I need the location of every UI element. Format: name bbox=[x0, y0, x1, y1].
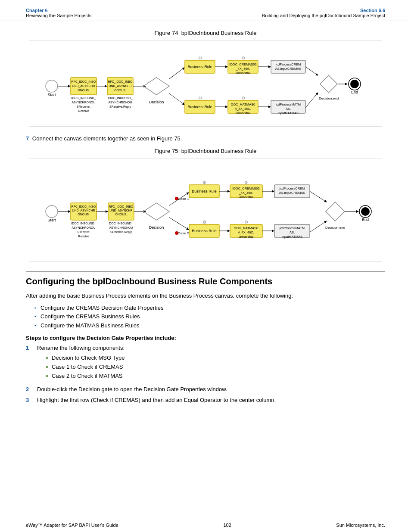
figure74-diagram: Start RFC_IDOC_INBO UND_ASYNCHR ONOUS. I… bbox=[29, 40, 382, 127]
svg-text:ONOUS.: ONOUS. bbox=[115, 213, 127, 216]
svg-text:UND_ASYNCHR: UND_ASYNCHR bbox=[72, 209, 95, 212]
footer-center: 102 bbox=[223, 523, 231, 528]
svg-text:4_4X_46C.: 4_4X_46C. bbox=[235, 107, 251, 111]
section-label: Section 6.6 bbox=[262, 8, 385, 13]
svg-text:inputMATMAS: inputMATMAS bbox=[282, 235, 302, 239]
svg-text:unmarshal: unmarshal bbox=[235, 111, 250, 115]
svg-text:unmarshal: unmarshal bbox=[235, 71, 250, 75]
svg-text:AS.inputCREMAS: AS.inputCREMAS bbox=[279, 191, 305, 195]
svg-point-39 bbox=[350, 80, 359, 88]
svg-line-22 bbox=[169, 68, 184, 79]
svg-marker-99 bbox=[326, 202, 345, 221]
section-heading: Configuring the bpIDocInbound Business R… bbox=[26, 271, 385, 286]
numbered-step-3: 3 Highlight the first row (Check if CREM… bbox=[26, 396, 385, 404]
svg-text:⚙: ⚙ bbox=[198, 56, 202, 60]
svg-text:Decision: Decision bbox=[149, 100, 164, 104]
svg-text:SReceive.Reply: SReceive.Reply bbox=[110, 230, 132, 234]
numbered-step-1: 1 Rename the following components: Decis… bbox=[26, 344, 385, 383]
svg-text:Start: Start bbox=[47, 218, 56, 222]
footer: eWay™ Adapter for SAP BAPI User's Guide … bbox=[0, 518, 411, 532]
svg-text:RFC_IDOC_INBO: RFC_IDOC_INBO bbox=[72, 205, 96, 208]
bullet-item-2: Configure the MATMAS Business Rules bbox=[34, 321, 385, 330]
figure75-title: Figure 75 bpIDocInbound Business Rule bbox=[26, 148, 385, 154]
svg-text:⚙: ⚙ bbox=[244, 220, 248, 224]
svg-point-102 bbox=[361, 207, 370, 216]
svg-text:Case 2: Case 2 bbox=[178, 231, 189, 235]
svg-text:DOC_MATMAS0: DOC_MATMAS0 bbox=[234, 226, 258, 230]
svg-text:DOC_MATMAS0: DOC_MATMAS0 bbox=[231, 103, 255, 106]
svg-text:jcdProcessMATM: jcdProcessMATM bbox=[279, 226, 305, 230]
svg-text:jcdProcessCREM: jcdProcessCREM bbox=[275, 62, 301, 66]
svg-text:unmarshal: unmarshal bbox=[238, 235, 253, 239]
svg-text:DOC_INBOUND_: DOC_INBOUND_ bbox=[109, 222, 133, 225]
footer-left: eWay™ Adapter for SAP BAPI User's Guide bbox=[26, 523, 118, 528]
svg-line-38 bbox=[305, 93, 318, 108]
svg-text:⚙: ⚙ bbox=[241, 56, 245, 60]
sub-bullet-1-2: Case 2 to Check if MATMAS bbox=[46, 372, 125, 381]
svg-text:End: End bbox=[362, 218, 369, 222]
svg-text:UND_ASYNCHR: UND_ASYNCHR bbox=[72, 84, 95, 88]
bullet-item-0: Configure the CREMAS Decision Gate Prope… bbox=[34, 304, 385, 313]
svg-text:_4X_46A.: _4X_46A. bbox=[236, 67, 250, 71]
svg-text:End: End bbox=[351, 90, 358, 94]
header-right: Section 6.6 Building and Deploying the p… bbox=[262, 8, 385, 18]
svg-text:Start: Start bbox=[47, 93, 56, 97]
svg-text:ASYNCHRONOU: ASYNCHRONOU bbox=[72, 226, 95, 229]
numbered-steps: 1 Rename the following components: Decis… bbox=[26, 344, 385, 404]
svg-text:jcdProcessCREM: jcdProcessCREM bbox=[279, 187, 305, 190]
svg-text:ONOUS.: ONOUS. bbox=[114, 89, 126, 92]
svg-line-98 bbox=[310, 191, 327, 202]
svg-text:Business Rule: Business Rule bbox=[192, 189, 217, 193]
footer-right: Sun Microsystems, Inc. bbox=[336, 523, 385, 528]
svg-text:unmarshal: unmarshal bbox=[238, 195, 253, 199]
svg-text:IDOC_INBOUND_: IDOC_INBOUND_ bbox=[71, 222, 96, 225]
bullet-list: Configure the CREMAS Decision Gate Prope… bbox=[34, 304, 385, 330]
svg-text:Business Rule: Business Rule bbox=[192, 229, 217, 233]
svg-marker-36 bbox=[320, 75, 337, 93]
svg-text:AS.inputCREMAS: AS.inputCREMAS bbox=[275, 67, 301, 71]
main-content: Figure 74 bpIDocInbound Business Rule St… bbox=[0, 21, 411, 518]
sub-bullet-list-1: Decision to Check MSG Type Case 1 to Che… bbox=[46, 354, 125, 380]
svg-text:jcdProcessMATM: jcdProcessMATM bbox=[275, 103, 301, 106]
body-text: After adding the basic Business Process … bbox=[26, 292, 385, 300]
svg-point-0 bbox=[46, 80, 58, 92]
svg-text:IDOC_CREMAS03: IDOC_CREMAS03 bbox=[229, 62, 256, 66]
svg-text:Decision: Decision bbox=[149, 225, 164, 230]
svg-text:Receive: Receive bbox=[78, 109, 89, 112]
svg-text:SReceive.: SReceive. bbox=[77, 105, 90, 108]
svg-marker-20 bbox=[143, 78, 169, 95]
svg-text:inputMATMAS: inputMATMAS bbox=[278, 111, 299, 115]
page: Chapter 6 Reviewing the Sample Projects … bbox=[0, 0, 411, 532]
svg-text:SReceive.Reply: SReceive.Reply bbox=[109, 105, 131, 109]
svg-text:UND_ASYNCHR: UND_ASYNCHR bbox=[109, 84, 131, 88]
svg-text:RFC_IDOC_INBO: RFC_IDOC_INBO bbox=[109, 205, 134, 208]
sub-bullet-1-1: Case 1 to Check if CREMAS bbox=[46, 363, 125, 372]
svg-text:⚙: ⚙ bbox=[244, 180, 248, 185]
svg-line-35 bbox=[305, 67, 318, 75]
svg-point-84 bbox=[175, 231, 178, 235]
svg-text:IDOC_INBOUND_: IDOC_INBOUND_ bbox=[71, 96, 96, 100]
svg-text:IDOC_INBOUND_: IDOC_INBOUND_ bbox=[108, 96, 133, 100]
svg-text:IDOC_CREMAS03: IDOC_CREMAS03 bbox=[232, 187, 259, 190]
svg-text:⚙: ⚙ bbox=[202, 220, 206, 224]
svg-text:Business Rule: Business Rule bbox=[187, 65, 212, 69]
numbered-step-2: 2 Double-click the Decision gate to open… bbox=[26, 385, 385, 394]
svg-text:ASYNCHRONOU: ASYNCHRONOU bbox=[108, 101, 132, 104]
svg-text:ONOUS.: ONOUS. bbox=[78, 89, 90, 92]
svg-line-101 bbox=[310, 221, 327, 232]
svg-text:AS.: AS. bbox=[290, 230, 295, 234]
svg-text:SReceive.: SReceive. bbox=[77, 230, 90, 233]
svg-text:4_4X_46C.: 4_4X_46C. bbox=[238, 230, 254, 234]
diagram1-svg: Start RFC_IDOC_INBO UND_ASYNCHR ONOUS. I… bbox=[29, 41, 382, 127]
svg-text:RFC_IDOC_INBO: RFC_IDOC_INBO bbox=[72, 80, 96, 84]
svg-text:⚙: ⚙ bbox=[241, 96, 245, 100]
svg-text:⚙: ⚙ bbox=[198, 96, 202, 100]
chapter-sub: Reviewing the Sample Projects bbox=[26, 13, 91, 18]
step7: 7 Connect the canvas elements together a… bbox=[26, 135, 385, 142]
svg-text:⚙: ⚙ bbox=[202, 180, 206, 185]
svg-text:Decision.end: Decision.end bbox=[319, 96, 339, 100]
svg-text:AS.: AS. bbox=[286, 107, 291, 111]
bullet-item-1: Configure the CREMAS Business Rules bbox=[34, 312, 385, 321]
svg-line-86 bbox=[169, 218, 189, 230]
svg-text:_4X_46A.: _4X_46A. bbox=[239, 191, 253, 195]
